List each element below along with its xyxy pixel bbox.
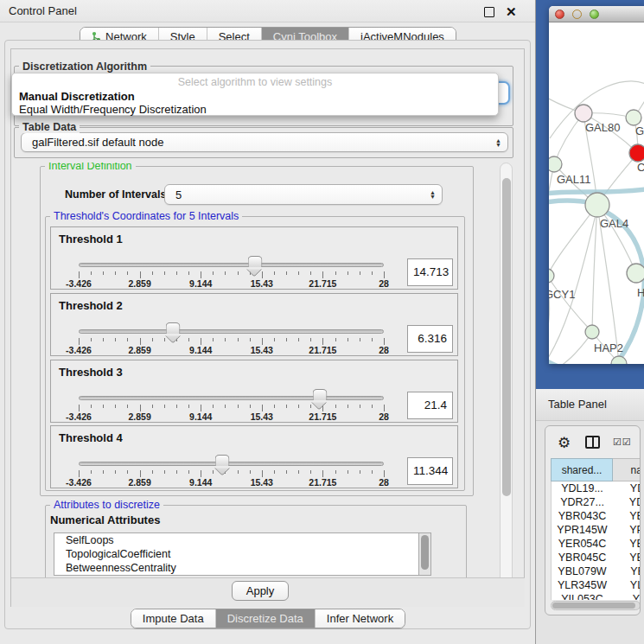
network-node-HAP2[interactable] bbox=[585, 325, 599, 339]
number-of-intervals-combobox[interactable]: 5 ▲▼ bbox=[164, 184, 443, 205]
scrollbar-thumb[interactable] bbox=[421, 535, 429, 570]
network-canvas[interactable]: GAL80GACGAL11GAL4GCY1HHAP2 bbox=[549, 22, 644, 364]
threshold-slider[interactable]: -3.4262.8599.14415.4321.71528 bbox=[79, 227, 384, 290]
slider-track[interactable] bbox=[79, 396, 384, 400]
network-node-node[interactable] bbox=[626, 110, 641, 125]
table-data-combobox[interactable]: galFiltered.sif default node ▲▼ bbox=[21, 132, 508, 152]
numerical-attributes-list[interactable]: SelfLoopsTopologicalCoefficientBetweenne… bbox=[54, 532, 418, 576]
table-row[interactable]: YPR145WYPR1 bbox=[552, 523, 641, 537]
slider-handle[interactable] bbox=[247, 256, 262, 273]
network-view-window: GAL80GACGAL11GAL4GCY1HHAP2 bbox=[549, 6, 644, 364]
threshold-value-field[interactable]: 11.344 bbox=[407, 457, 453, 485]
slider-handle[interactable] bbox=[214, 455, 229, 472]
attributes-scrollbar[interactable] bbox=[418, 532, 431, 576]
stepper-arrows-icon: ▲▼ bbox=[495, 138, 501, 147]
network-edge bbox=[549, 207, 597, 364]
table-horizontal-scrollbar[interactable] bbox=[551, 601, 641, 610]
table-cell[interactable]: YBR045C bbox=[552, 551, 613, 564]
tick-mark bbox=[201, 271, 201, 278]
table-row[interactable]: YLR345WYLR3 bbox=[552, 578, 641, 592]
network-node-GAL11[interactable] bbox=[549, 156, 562, 172]
network-node-GCY1[interactable] bbox=[549, 269, 554, 283]
apply-button[interactable]: Apply bbox=[232, 581, 289, 601]
tab-impute-data[interactable]: Impute Data bbox=[131, 609, 216, 628]
settings-scrollbar[interactable] bbox=[500, 163, 513, 603]
threshold-slider[interactable]: -3.4262.8599.14415.4321.71528 bbox=[79, 294, 384, 357]
tab-discretize-data[interactable]: Discretize Data bbox=[216, 609, 316, 628]
slider-handle[interactable] bbox=[166, 322, 181, 340]
table-cell[interactable]: YDL1 bbox=[613, 481, 641, 495]
attribute-list-item[interactable]: BetweennessCentrality bbox=[54, 561, 418, 575]
tick-mark bbox=[250, 338, 251, 341]
tick-mark bbox=[127, 271, 128, 275]
close-traffic-light-icon[interactable] bbox=[555, 10, 564, 19]
threshold-value-field[interactable]: 14.713 bbox=[407, 258, 453, 286]
slider-track[interactable] bbox=[79, 462, 384, 466]
slider-track[interactable] bbox=[79, 263, 384, 267]
table-cell[interactable]: YDR27... bbox=[552, 495, 613, 509]
scrollbar-thumb[interactable] bbox=[502, 178, 511, 496]
table-row[interactable]: YDR27...YDR2 bbox=[552, 495, 641, 509]
threshold-value-field[interactable]: 21.4 bbox=[407, 392, 453, 419]
table-cell[interactable]: YER0 bbox=[613, 537, 641, 551]
table-cell[interactable]: YBR0 bbox=[613, 509, 641, 523]
table-row[interactable]: YDL19...YDL1 bbox=[552, 481, 641, 495]
table-cell[interactable]: YDL19... bbox=[552, 481, 613, 495]
zoom-traffic-light-icon[interactable] bbox=[590, 10, 599, 19]
threshold-slider[interactable]: -3.4262.8599.14415.4321.71528 bbox=[79, 360, 384, 424]
table-cell[interactable]: YBL0 bbox=[613, 564, 641, 578]
network-node-node[interactable] bbox=[627, 264, 644, 283]
tick-label: 9.144 bbox=[189, 411, 212, 422]
network-node-GAL80[interactable] bbox=[575, 105, 592, 122]
node-label: GAL4 bbox=[600, 217, 628, 230]
tick-mark bbox=[384, 271, 385, 278]
settings-viewport: Interval Definition Number of Intervals … bbox=[12, 163, 498, 577]
table-cell[interactable]: YIL053C bbox=[552, 592, 613, 600]
tick-mark bbox=[140, 405, 141, 411]
dropdown-option-equal-width[interactable]: Equal Width/Frequency Discretization bbox=[19, 103, 207, 116]
table-cell[interactable]: YBL079W bbox=[552, 564, 613, 578]
gear-icon[interactable]: ⚙ bbox=[558, 434, 571, 452]
tick-mark bbox=[250, 405, 251, 408]
minimize-traffic-light-icon[interactable] bbox=[572, 10, 582, 19]
slider-track[interactable] bbox=[79, 329, 384, 334]
table-row[interactable]: YER054CYER0 bbox=[552, 537, 641, 551]
checkbox-icons[interactable]: ☑☑ bbox=[613, 437, 632, 448]
network-node-GAL4[interactable] bbox=[585, 193, 609, 217]
table-cell[interactable]: YLR345W bbox=[552, 578, 613, 592]
table-cell[interactable]: YPR1 bbox=[613, 523, 641, 537]
attribute-list-item[interactable]: TopologicalCoefficient bbox=[54, 547, 418, 561]
threshold-slider[interactable]: -3.4262.8599.14415.4321.71528 bbox=[79, 426, 384, 489]
table-panel-title: Table Panel bbox=[548, 398, 607, 411]
tick-label: 15.43 bbox=[251, 411, 273, 422]
dropdown-option-manual[interactable]: Manual Discretization bbox=[19, 90, 135, 103]
tick-mark bbox=[274, 271, 275, 275]
table-cell[interactable]: YLR3 bbox=[613, 578, 641, 592]
column-header-name[interactable]: name bbox=[613, 458, 641, 481]
table-row[interactable]: YBR043CYBR0 bbox=[552, 509, 641, 523]
table-cell[interactable]: YBR0 bbox=[613, 551, 641, 564]
column-header-shared-name[interactable]: shared... bbox=[551, 458, 613, 481]
table-cell[interactable]: YDR2 bbox=[613, 495, 641, 509]
tick-mark bbox=[127, 338, 128, 341]
table-cell[interactable]: YPR145W bbox=[552, 523, 613, 537]
table-row[interactable]: YIL053CYIL0 bbox=[552, 592, 641, 600]
network-node-red-node[interactable] bbox=[629, 144, 644, 162]
tab-infer-network[interactable]: Infer Network bbox=[316, 609, 405, 628]
tick-mark bbox=[213, 405, 214, 408]
attribute-list-item[interactable]: SelfLoops bbox=[54, 533, 418, 547]
float-window-icon[interactable] bbox=[484, 7, 494, 17]
scrollbar-thumb[interactable] bbox=[552, 603, 635, 609]
slider-handle[interactable] bbox=[312, 389, 327, 406]
network-window-titlebar[interactable] bbox=[549, 6, 644, 22]
table-cell[interactable]: YER054C bbox=[552, 537, 613, 551]
column-layout-icon[interactable] bbox=[585, 436, 600, 449]
table-row[interactable]: YBR045CYBR0 bbox=[552, 551, 641, 564]
table-cell[interactable]: YBR043C bbox=[552, 509, 613, 523]
close-icon[interactable]: ✕ bbox=[506, 4, 517, 20]
table-data-title: Table Data bbox=[19, 121, 80, 133]
table-row[interactable]: YBL079WYBL0 bbox=[552, 564, 641, 578]
table-cell[interactable]: YIL0 bbox=[613, 592, 641, 600]
table-panel: Table Panel ⚙ ☑☑ shared... name YDL19...… bbox=[536, 389, 644, 644]
threshold-value-field[interactable]: 6.316 bbox=[407, 325, 453, 353]
